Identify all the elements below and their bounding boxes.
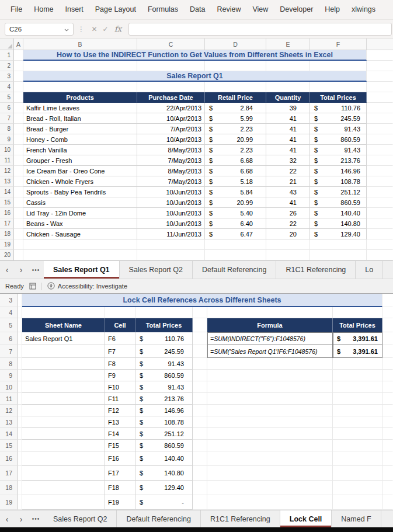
formula-cell[interactable]: =SUM('Sales Report Q1'!F6:F1048576): [207, 345, 333, 358]
retail-price-cell[interactable]: $6.47: [205, 229, 266, 239]
retail-price-cell[interactable]: $2.84: [205, 103, 266, 113]
cell[interactable]: [22, 370, 105, 381]
cell[interactable]: [14, 229, 23, 239]
cell[interactable]: [22, 428, 105, 440]
column-header-e[interactable]: E: [266, 39, 310, 50]
cell[interactable]: [18, 370, 22, 381]
cell[interactable]: [193, 428, 207, 440]
cell[interactable]: [193, 416, 207, 428]
formula-input[interactable]: [128, 23, 392, 36]
row-header[interactable]: 10: [0, 145, 14, 155]
cell[interactable]: [367, 218, 393, 229]
accessibility-status[interactable]: Accessibility: Investigate: [47, 282, 127, 291]
cell[interactable]: [310, 61, 367, 71]
retail-price-cell[interactable]: $6.40: [205, 218, 266, 229]
cell[interactable]: [137, 82, 205, 92]
quantity-cell[interactable]: 41: [266, 197, 310, 208]
table-header-cell[interactable]: Purchase Date: [137, 92, 205, 103]
product-cell[interactable]: Bread - Roll, Italian: [23, 113, 137, 124]
cell[interactable]: [22, 307, 105, 318]
tab-list-ellipsis-icon[interactable]: •••: [28, 510, 44, 527]
cell[interactable]: [367, 71, 393, 82]
cell[interactable]: [22, 466, 105, 481]
cell[interactable]: [22, 393, 105, 405]
cell[interactable]: [367, 124, 393, 134]
product-cell[interactable]: Honey - Comb: [23, 134, 137, 145]
row-header[interactable]: 11: [0, 393, 18, 405]
table-header-cell[interactable]: Sheet Name: [22, 318, 105, 332]
quantity-cell[interactable]: 21: [266, 176, 310, 187]
cell[interactable]: [382, 466, 393, 481]
purchase-date-cell[interactable]: 10/Jun/2013: [137, 197, 205, 208]
retail-price-cell[interactable]: $6.68: [205, 166, 266, 176]
cell[interactable]: [207, 358, 333, 370]
cell[interactable]: [382, 307, 393, 318]
cell[interactable]: [22, 440, 105, 451]
quantity-cell[interactable]: 43: [266, 187, 310, 197]
row-header[interactable]: 14: [0, 428, 18, 440]
cell-ref-cell[interactable]: F9: [105, 370, 135, 381]
cell[interactable]: [333, 358, 382, 370]
total-price-cell[interactable]: $140.40: [310, 208, 367, 218]
row-header[interactable]: 11: [0, 155, 14, 166]
cell[interactable]: [193, 481, 207, 495]
cell[interactable]: [266, 82, 310, 92]
purchase-date-cell[interactable]: 10/Jun/2013: [137, 208, 205, 218]
cell[interactable]: [367, 92, 393, 103]
total-price-cell[interactable]: $860.59: [310, 134, 367, 145]
cell-ref-cell[interactable]: F11: [105, 393, 135, 405]
sheet-tab-sales-report-q1[interactable]: Sales Report Q1: [44, 261, 120, 279]
total-price-cell[interactable]: $129.40: [135, 481, 193, 495]
ribbon-tab-xlwings[interactable]: xlwings: [346, 0, 381, 19]
retail-price-cell[interactable]: $2.23: [205, 145, 266, 155]
row-header[interactable]: 9: [0, 370, 18, 381]
product-cell[interactable]: Cassis: [23, 197, 137, 208]
cell-ref-cell[interactable]: F19: [105, 495, 135, 510]
total-price-cell[interactable]: $91.43: [310, 145, 367, 155]
quantity-cell[interactable]: 32: [266, 155, 310, 166]
row-header[interactable]: 19: [0, 239, 14, 250]
total-price-cell[interactable]: $91.43: [310, 124, 367, 134]
cell[interactable]: [137, 61, 205, 71]
row-header[interactable]: 14: [0, 187, 14, 197]
purchase-date-cell[interactable]: 10/Apr/2013: [137, 113, 205, 124]
cell[interactable]: [333, 370, 382, 381]
cell[interactable]: [193, 370, 207, 381]
purchase-date-cell[interactable]: 10/Apr/2013: [137, 134, 205, 145]
total-price-cell[interactable]: $860.59: [310, 197, 367, 208]
cell[interactable]: [14, 187, 23, 197]
select-all-corner[interactable]: [0, 39, 14, 50]
total-price-cell[interactable]: $129.40: [310, 229, 367, 239]
cell[interactable]: [205, 250, 266, 260]
sheet-tab-lo[interactable]: Lo: [356, 261, 383, 279]
cell[interactable]: [193, 318, 207, 332]
purchase-date-cell[interactable]: 22/Apr/2013: [137, 103, 205, 113]
quantity-cell[interactable]: 20: [266, 229, 310, 239]
cell[interactable]: [18, 451, 22, 466]
cell[interactable]: [367, 187, 393, 197]
doc-title-cell[interactable]: How to Use the INDIRECT Function to Get …: [23, 50, 367, 61]
row-header[interactable]: 16: [0, 208, 14, 218]
cell[interactable]: [23, 250, 137, 260]
cell-ref-cell[interactable]: F10: [105, 381, 135, 393]
ribbon-tab-review[interactable]: Review: [211, 0, 246, 19]
cell[interactable]: [333, 481, 382, 495]
cell-ref-cell[interactable]: F7: [105, 345, 135, 358]
row-header[interactable]: 9: [0, 134, 14, 145]
ribbon-tab-page-layout[interactable]: Page Layout: [89, 0, 142, 19]
cell[interactable]: [382, 294, 393, 307]
cell[interactable]: [193, 307, 207, 318]
ribbon-tab-home[interactable]: Home: [28, 0, 59, 19]
total-price-cell[interactable]: $-: [135, 495, 193, 510]
column-header-c[interactable]: C: [137, 39, 205, 50]
cell[interactable]: [367, 176, 393, 187]
cell[interactable]: [382, 370, 393, 381]
cell[interactable]: [266, 61, 310, 71]
cell[interactable]: [367, 197, 393, 208]
product-cell[interactable]: Chicken - Sausage: [23, 229, 137, 239]
table-header-cell[interactable]: Total Prices: [135, 318, 193, 332]
row-header[interactable]: 6: [0, 332, 18, 345]
cell[interactable]: [14, 134, 23, 145]
cell[interactable]: [382, 495, 393, 510]
row-header[interactable]: 18: [0, 481, 18, 495]
